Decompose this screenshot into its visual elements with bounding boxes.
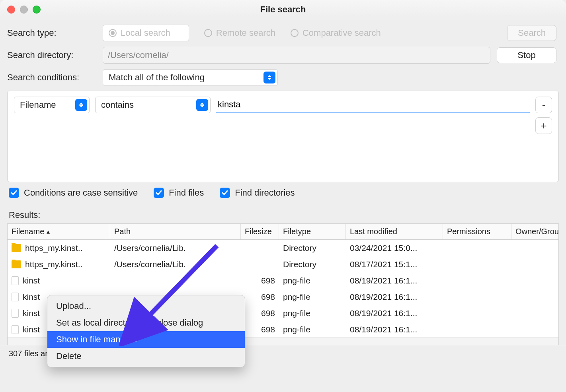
table-row[interactable]: kinst698png-file08/19/2021 16:1... — [8, 272, 558, 289]
context-menu-upload[interactable]: Upload... — [47, 298, 245, 314]
condition-value-input[interactable] — [216, 97, 530, 113]
column-header-filename[interactable]: Filename — [8, 224, 110, 239]
file-icon — [12, 293, 19, 301]
folder-icon — [12, 260, 21, 268]
condition-field-select[interactable]: Filename — [14, 97, 90, 113]
column-header-permissions[interactable]: Permissions — [443, 224, 511, 239]
checkmark-icon — [154, 188, 164, 198]
add-condition-button[interactable]: + — [535, 117, 552, 134]
table-row[interactable]: https_my.kinst../Users/cornelia/Lib.Dire… — [8, 240, 558, 256]
radio-local-search: Local search — [103, 25, 189, 41]
checkbox-find-files[interactable]: Find files — [154, 188, 204, 198]
search-type-label: Search type: — [7, 28, 103, 38]
column-header-owner-group[interactable]: Owner/Grou — [511, 224, 558, 239]
file-icon — [12, 309, 19, 318]
column-header-lastmodified[interactable]: Last modified — [346, 224, 443, 239]
window-title: File search — [0, 4, 566, 15]
results-label: Results: — [0, 204, 566, 223]
checkbox-find-directories[interactable]: Find directories — [220, 188, 295, 198]
chevron-updown-icon — [196, 99, 208, 111]
checkmark-icon — [220, 188, 230, 198]
conditions-panel: Filename contains - + — [7, 91, 559, 182]
radio-comparative-search: Comparative search — [291, 28, 381, 38]
checkbox-case-sensitive[interactable]: Conditions are case sensitive — [9, 188, 138, 198]
chevron-updown-icon — [75, 99, 87, 111]
column-header-filetype[interactable]: Filetype — [279, 224, 346, 239]
file-icon — [12, 325, 19, 334]
file-icon — [12, 276, 19, 285]
search-directory-label: Search directory: — [7, 50, 103, 60]
search-button: Search — [507, 25, 556, 41]
condition-operator-select[interactable]: contains — [95, 97, 211, 113]
titlebar: File search — [0, 0, 566, 19]
column-header-path[interactable]: Path — [110, 224, 241, 239]
stop-button[interactable]: Stop — [497, 47, 556, 63]
search-directory-input[interactable]: /Users/cornelia/ — [103, 47, 490, 64]
chevron-updown-icon — [263, 72, 275, 83]
checkmark-icon — [9, 188, 19, 198]
folder-icon — [12, 244, 21, 252]
context-menu-set-local[interactable]: Set as local directory and close dialog — [47, 314, 245, 331]
context-menu-delete[interactable]: Delete — [47, 348, 245, 365]
context-menu-show-in-file-manager[interactable]: Show in file manager — [47, 331, 245, 348]
column-header-filesize[interactable]: Filesize — [241, 224, 279, 239]
table-row[interactable]: https_my.kinst../Users/cornelia/Lib.Dire… — [8, 256, 558, 272]
radio-remote-search: Remote search — [204, 28, 275, 38]
conditions-match-select[interactable]: Match all of the following — [103, 69, 278, 86]
search-conditions-label: Search conditions: — [7, 72, 103, 83]
context-menu: Upload... Set as local directory and clo… — [47, 295, 245, 367]
remove-condition-button[interactable]: - — [535, 97, 552, 113]
